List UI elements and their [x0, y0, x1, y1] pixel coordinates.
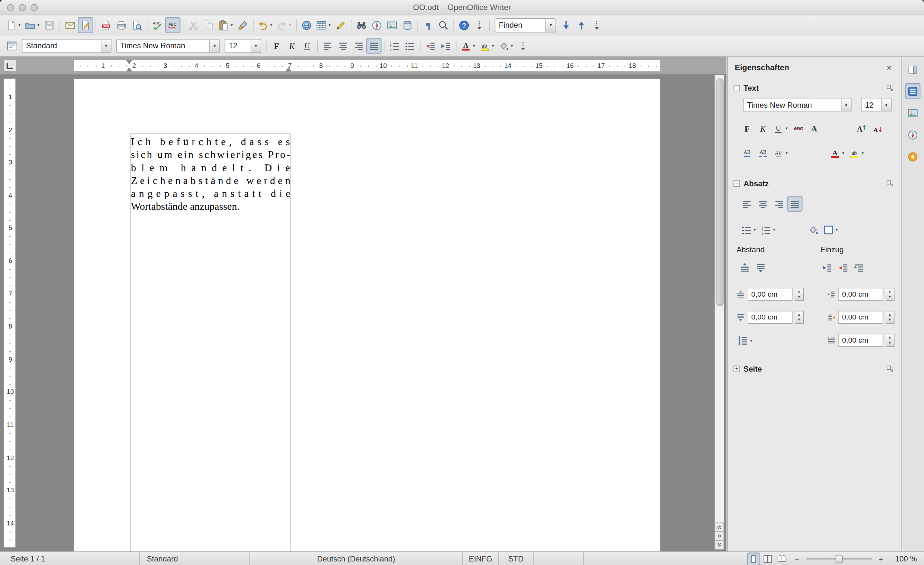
status-selection-mode[interactable]: STD — [499, 552, 533, 565]
character-spacing-dropdown[interactable]: ▾ — [784, 151, 789, 156]
open-dropdown[interactable]: ▾ — [36, 23, 41, 28]
multi-page-view-button[interactable] — [761, 552, 774, 565]
highlighting-dropdown[interactable]: ▾ — [490, 43, 495, 48]
spacing-above-paragraph-stepper[interactable]: ▲▼ — [795, 288, 804, 301]
spelling-button[interactable]: ABC — [150, 17, 165, 33]
autospellcheck-button[interactable]: ABC — [165, 17, 180, 33]
decrease-paragraph-spacing-button[interactable] — [753, 259, 768, 275]
paragraph-style-combo-arrow[interactable]: ▾ — [101, 39, 111, 52]
paragraph-style-combo[interactable]: Standard▾ — [22, 39, 112, 53]
zoom-slider[interactable] — [806, 558, 872, 559]
single-page-view-button[interactable] — [747, 552, 760, 565]
indent-before-text-stepper[interactable]: ▲▼ — [886, 288, 894, 301]
open-button[interactable]: ▾ — [23, 17, 42, 33]
scrollbar-thumb[interactable] — [716, 78, 723, 306]
hanging-indent-button[interactable] — [852, 259, 867, 275]
page-dialog-launcher-icon[interactable] — [886, 364, 894, 373]
strikethrough-button[interactable]: ABC — [791, 120, 806, 136]
paragraph-background-color-button[interactable] — [806, 222, 821, 237]
sidebar-highlighting-button[interactable]: ab▾ — [848, 145, 866, 161]
tab-properties-button[interactable] — [905, 83, 921, 99]
font-color-dropdown[interactable]: ▾ — [472, 43, 477, 48]
status-insert-mode[interactable]: EINFG — [463, 552, 498, 565]
indent-after-text-stepper[interactable]: ▲▼ — [886, 311, 894, 324]
redo-dropdown[interactable]: ▾ — [288, 23, 292, 28]
sidebar-close-button[interactable]: × — [884, 62, 894, 72]
format-toolbar-options-button[interactable] — [515, 37, 531, 53]
para-align-center-button[interactable] — [755, 196, 771, 211]
status-page-style[interactable]: Standard — [140, 552, 249, 565]
vertical-ruler-scale[interactable]: 1234567891011121314 — [3, 78, 16, 548]
paragraph-dialog-launcher-icon[interactable] — [886, 179, 894, 187]
document-as-email-button[interactable] — [62, 17, 78, 33]
styles-panel-button[interactable] — [4, 37, 20, 53]
document-text-line[interactable]: angepasst, anstatt die — [131, 187, 290, 201]
tab-navigator-button[interactable] — [905, 127, 921, 142]
export-pdf-button[interactable]: PDF — [99, 17, 114, 33]
zoom-button[interactable] — [436, 17, 451, 33]
numbered-list-button[interactable]: 123 — [387, 37, 402, 53]
text-section-expander[interactable]: − — [734, 85, 740, 91]
navigation-button[interactable] — [714, 531, 724, 541]
horizontal-ruler[interactable]: 123456789101112131415161718 — [0, 57, 726, 75]
font-name-combo-arrow[interactable]: ▾ — [210, 39, 219, 52]
sidebar-numbered-list-button[interactable]: 123▾ — [759, 222, 778, 237]
spacing-below-paragraph-stepper[interactable]: ▲▼ — [795, 311, 804, 324]
document-text-line[interactable]: Wortabstände anzupassen. — [131, 201, 290, 213]
align-center-button[interactable] — [336, 37, 351, 53]
underline-button[interactable]: U — [300, 37, 315, 53]
page-section-expander[interactable]: + — [734, 365, 740, 372]
horizontal-ruler-scale[interactable]: 123456789101112131415161718 — [74, 60, 660, 72]
para-justify-button[interactable] — [787, 196, 803, 211]
paragraph-background-select-dropdown[interactable]: ▾ — [834, 228, 839, 232]
find-toolbar-options-button[interactable] — [589, 17, 604, 33]
edit-file-button[interactable] — [78, 17, 93, 33]
sidebar-font-size-combo[interactable]: 12▾ — [861, 98, 891, 112]
find-next-button[interactable] — [558, 17, 574, 33]
underline-dropdown[interactable]: ▾ — [784, 126, 789, 130]
status-language[interactable]: Deutsch (Deutschland) — [250, 552, 462, 565]
sidebar-font-color-dropdown[interactable]: ▾ — [841, 151, 846, 156]
hyperlink-button[interactable] — [299, 17, 314, 33]
minimize-window-button[interactable] — [19, 4, 26, 11]
print-button[interactable] — [114, 17, 129, 33]
new-document-button[interactable]: ▾ — [4, 17, 23, 33]
zoom-in-button[interactable]: + — [877, 554, 885, 564]
paragraph-background-select-button[interactable]: ▾ — [821, 222, 840, 237]
undo-dropdown[interactable]: ▾ — [269, 23, 274, 28]
vertical-scrollbar[interactable] — [714, 75, 724, 523]
sidebar-bullet-list-dropdown[interactable]: ▾ — [753, 228, 758, 232]
document-text-line[interactable]: blem handelt. Die — [131, 162, 290, 174]
indent-before-text-input[interactable]: 0,00 cm — [838, 288, 883, 301]
font-color-button[interactable]: A▾ — [459, 37, 478, 53]
find-combo-arrow[interactable]: ▾ — [545, 19, 555, 31]
sidebar-highlighting-dropdown[interactable]: ▾ — [860, 151, 865, 156]
bold-button[interactable]: F — [740, 120, 755, 136]
paste-button[interactable]: ▾ — [216, 17, 236, 33]
paragraph-indent-marker[interactable] — [126, 67, 132, 72]
font-name-combo[interactable]: Times New Roman▾ — [116, 39, 220, 53]
indent-after-text-input[interactable]: 0,00 cm — [838, 311, 883, 324]
italic-button[interactable]: K — [284, 37, 300, 53]
text-dialog-launcher-icon[interactable] — [886, 84, 894, 92]
document-page[interactable]: Ich befürchte, dass essich um ein schwie… — [74, 78, 660, 552]
increase-paragraph-spacing-button[interactable] — [737, 259, 753, 275]
page-preview-button[interactable] — [129, 17, 144, 33]
line-spacing-button[interactable]: ▾ — [736, 333, 755, 348]
para-align-left-button[interactable] — [740, 196, 755, 211]
decrease-spacing-button[interactable]: AB — [755, 145, 771, 161]
book-view-button[interactable] — [776, 552, 788, 565]
navigator-button[interactable] — [369, 17, 384, 33]
align-right-button[interactable] — [351, 37, 366, 53]
status-document-modified[interactable] — [534, 552, 583, 565]
document-text-line[interactable]: Ich befürchte, dass es — [131, 136, 290, 148]
draw-functions-button[interactable] — [333, 17, 349, 33]
paste-dropdown[interactable]: ▾ — [230, 23, 234, 28]
help-button[interactable]: ? — [456, 17, 472, 33]
first-line-indent-stepper[interactable]: ▲▼ — [886, 334, 894, 346]
close-window-button[interactable] — [7, 4, 14, 11]
paragraph-section-expander[interactable]: − — [734, 180, 740, 187]
sidebar-panel-menu-button[interactable] — [905, 61, 921, 77]
format-paintbrush-button[interactable] — [235, 17, 250, 33]
find-previous-button[interactable] — [574, 17, 589, 33]
